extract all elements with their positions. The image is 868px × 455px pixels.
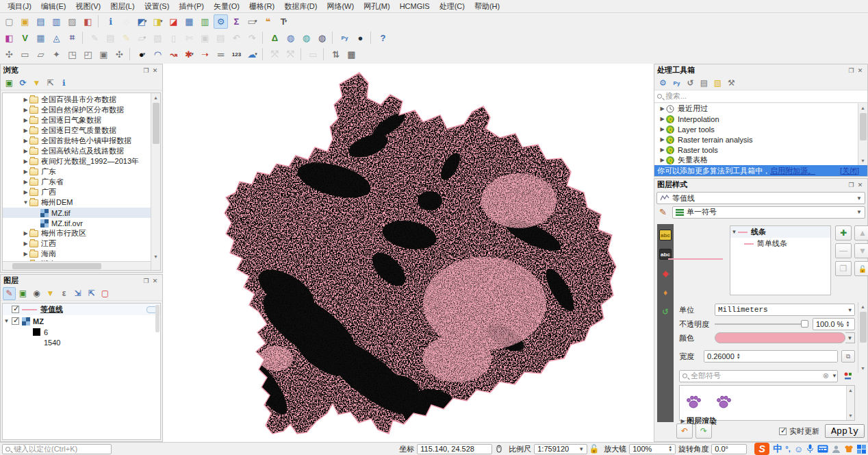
copy-features-icon[interactable]: ▣ (198, 31, 212, 45)
undo-style-button[interactable]: ↶ (676, 423, 693, 439)
browser-item-MZ.tif.ovr[interactable]: MZ.tif.ovr (3, 218, 151, 228)
menu-数据库[interactable]: 数据库(D) (279, 0, 322, 13)
styling-close-button[interactable]: ✕ (856, 180, 865, 189)
history-tab-icon[interactable]: ↺ (659, 306, 672, 317)
data-defined-override-button[interactable]: ⧉ (841, 350, 855, 362)
add-delimited-text-icon[interactable]: ⌗ (65, 31, 79, 45)
ime-mic-icon[interactable] (806, 444, 814, 454)
osm-place-search-icon[interactable]: ◍ (315, 31, 329, 45)
live-update-checkbox[interactable] (779, 428, 787, 435)
georeferencer-icon[interactable]: ▦ (344, 47, 359, 62)
diagrams-tab-icon[interactable]: ♦ (659, 287, 672, 298)
arc-digitize-icon[interactable]: ◠ (151, 47, 165, 62)
toolbox-group-Interpolation[interactable]: ▶QInterpolation (654, 114, 858, 124)
blob-tool-icon[interactable]: ☁▾ (245, 47, 259, 62)
data-source-manager-icon[interactable]: ◧ (2, 31, 16, 45)
contour-visibility-checkbox[interactable] (12, 306, 19, 313)
menu-项目[interactable]: 项目(J) (3, 0, 36, 13)
toggle-editing-icon[interactable]: ✎ (88, 31, 102, 45)
save-project-icon[interactable]: ▤ (34, 14, 48, 29)
stream-digitize-icon[interactable]: ▭ (306, 47, 320, 62)
circle-digitize-icon[interactable]: ●▾ (135, 47, 149, 62)
browser-item-全国百强县市分布数据[interactable]: ▶全国百强县市分布数据 (3, 95, 151, 105)
symbology-3d-tab-icon[interactable]: ◆ (659, 268, 672, 279)
paw-symbol-2[interactable] (715, 394, 732, 410)
symbology-tab-icon[interactable]: ✎ (656, 206, 669, 219)
browser-item-广东[interactable]: ▶广东 (3, 167, 151, 177)
annotation-compass-icon[interactable]: ✣ (2, 47, 16, 62)
python-console-icon[interactable]: Py (337, 31, 352, 45)
extents-toggle-icon[interactable] (492, 443, 505, 455)
new-print-layout-icon[interactable]: ▨ (65, 14, 79, 29)
new-project-icon[interactable]: ▢ (2, 14, 16, 29)
magnifier-spinbox[interactable]: 100%▲▼ (629, 444, 676, 454)
move-down-button[interactable]: ▼ (854, 243, 868, 258)
styling-vscrollbar[interactable]: ▲ ▼ (858, 302, 867, 373)
trace-tool-icon[interactable]: ⤲ (283, 47, 298, 62)
browser-item-广西[interactable]: ▶广西 (3, 187, 151, 197)
coordinate-input[interactable]: 115.140, 24.528 (417, 444, 492, 454)
web-services-icon[interactable]: ◍ (299, 31, 314, 45)
undo-icon[interactable]: ↶ (229, 31, 244, 45)
modify-attributes-icon[interactable]: ▧ (151, 31, 165, 45)
close-banner-link[interactable]: [关闭] (840, 166, 859, 176)
toolbox-group-Raster terrain analysis[interactable]: ▶QRaster terrain analysis (654, 134, 858, 145)
browser-item-广东省[interactable]: ▶广东省 (3, 177, 151, 187)
collapse-all-icon[interactable]: ⇱ (44, 77, 57, 90)
filter-browser-icon[interactable]: ▼ (30, 77, 43, 90)
sogou-logo-icon[interactable]: S (754, 443, 769, 455)
help-icon[interactable]: ? (376, 31, 390, 45)
polygon-annotation-icon[interactable]: ▱ (34, 47, 48, 62)
clear-search-icon[interactable]: ⊗ (823, 371, 829, 380)
add-mesh-layer-icon[interactable]: ◬ (49, 31, 64, 45)
paw-symbol-1[interactable] (685, 394, 702, 410)
add-feature-icon[interactable]: ✎ (119, 31, 133, 45)
color-swatch-button[interactable] (715, 332, 845, 343)
toolbox-group-Layer tools[interactable]: ▶QLayer tools (654, 124, 858, 134)
browser-item-全国首批特色小镇申报数据[interactable]: ▶全国首批特色小镇申报数据 (3, 136, 151, 146)
unit-select[interactable]: Millimeters▼ (715, 304, 855, 316)
lock-colors-button[interactable]: 🔓 (854, 261, 868, 276)
paste-features-icon[interactable]: ▤ (214, 31, 228, 45)
toolbox-search-input[interactable]: 搜索... (654, 90, 867, 103)
duplicate-symbol-layer-button[interactable]: ❐ (835, 261, 852, 276)
browser-hscrollbar[interactable] (3, 261, 151, 270)
browser-item-海南[interactable]: ▶海南 (3, 249, 151, 259)
scale-combobox[interactable]: 1:759120▼ (534, 444, 587, 454)
redo-icon[interactable]: ↷ (245, 31, 259, 45)
remove-layer-icon[interactable]: ▢ (99, 287, 112, 300)
locator-input[interactable]: 键入以定位(Ctrl+K) (2, 444, 112, 454)
results-viewer-icon[interactable]: ▧ (711, 77, 724, 90)
browser-item-全国高铁站点及线路数据[interactable]: ▶全国高铁站点及线路数据 (3, 146, 151, 156)
arrow-digitize-icon[interactable]: ➝ (198, 47, 212, 62)
menu-编辑[interactable]: 编辑(E) (36, 0, 71, 13)
layers-float-button[interactable]: ❐ (142, 276, 151, 285)
lock-scale-icon[interactable]: 🔓 (587, 443, 600, 455)
mz-visibility-checkbox[interactable] (12, 317, 19, 325)
remove-symbol-layer-button[interactable]: — (835, 243, 852, 258)
refresh-icon[interactable]: ⟳ (16, 77, 29, 90)
grass-tools-icon[interactable]: Δ (268, 31, 282, 45)
menu-HCMGIS[interactable]: HCMGIS (395, 1, 435, 12)
vertex-tool-icon[interactable]: ▱▾ (135, 31, 149, 45)
filter-expression-icon[interactable]: ε (58, 287, 71, 300)
measure-icon[interactable]: ▭▾ (245, 14, 259, 29)
layers-close-button[interactable]: ✕ (151, 276, 159, 285)
browser-item-全国逐日气象数据[interactable]: ▶全国逐日气象数据 (3, 115, 151, 125)
symbol-filter-dropdown[interactable]: ▼ (832, 373, 837, 379)
toolbox-group-矢量表格[interactable]: ▶Q矢量表格 (654, 155, 858, 165)
menu-矢量[interactable]: 矢量(O) (209, 0, 244, 13)
save-as-project-icon[interactable]: ▥ (49, 14, 64, 29)
menu-栅格[interactable]: 栅格(R) (244, 0, 279, 13)
move-up-button[interactable]: ▲ (854, 225, 868, 241)
properties-widget-icon[interactable]: ℹ (58, 77, 71, 90)
add-vector-layer-icon[interactable]: V (18, 31, 32, 45)
menu-网孔[interactable]: 网孔(M) (359, 0, 395, 13)
styling-layer-select[interactable]: 等值线▼ (656, 192, 865, 204)
add-raster-layer-icon[interactable]: ▦ (34, 31, 48, 45)
star-digitize-icon[interactable]: ✱▾ (182, 47, 196, 62)
open-project-icon[interactable]: ▣ (18, 14, 32, 29)
enable-providers-link[interactable]: 启用附加源。 (770, 166, 815, 176)
layers-vscrollbar[interactable] (155, 304, 160, 439)
browser-close-button[interactable]: ✕ (151, 66, 159, 75)
